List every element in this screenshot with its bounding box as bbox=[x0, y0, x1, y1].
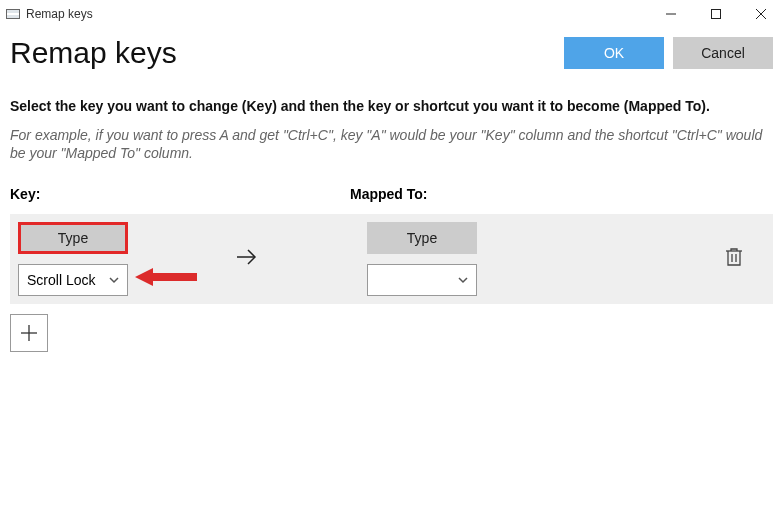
minimize-button[interactable] bbox=[648, 0, 693, 28]
ok-button[interactable]: OK bbox=[564, 37, 664, 69]
column-header-mapped: Mapped To: bbox=[350, 186, 428, 202]
content-area: Remap keys OK Cancel Select the key you … bbox=[0, 28, 783, 360]
window-titlebar: Remap keys bbox=[0, 0, 783, 28]
titlebar-left: Remap keys bbox=[0, 7, 93, 21]
window-title: Remap keys bbox=[26, 7, 93, 21]
add-row bbox=[10, 314, 773, 352]
chevron-down-icon bbox=[458, 272, 468, 288]
page-title: Remap keys bbox=[10, 36, 177, 70]
app-icon bbox=[6, 9, 20, 19]
mapped-select-dropdown[interactable] bbox=[367, 264, 477, 296]
key-select-value: Scroll Lock bbox=[27, 272, 95, 288]
window-controls bbox=[648, 0, 783, 28]
key-block: Type Scroll Lock bbox=[10, 222, 128, 296]
mapping-row: Type Scroll Lock Type bbox=[10, 214, 773, 304]
callout-arrow-icon bbox=[135, 268, 197, 286]
delete-row-button[interactable] bbox=[725, 247, 743, 271]
instruction-text: Select the key you want to change (Key) … bbox=[10, 98, 773, 114]
cancel-button[interactable]: Cancel bbox=[673, 37, 773, 69]
key-select-dropdown[interactable]: Scroll Lock bbox=[18, 264, 128, 296]
columns-header: Key: Mapped To: bbox=[10, 186, 773, 202]
add-mapping-button[interactable] bbox=[10, 314, 48, 352]
mapped-block: Type bbox=[359, 222, 477, 296]
mapped-type-button[interactable]: Type bbox=[367, 222, 477, 254]
maximize-button[interactable] bbox=[693, 0, 738, 28]
svg-rect-1 bbox=[711, 10, 720, 19]
header-row: Remap keys OK Cancel bbox=[10, 36, 773, 70]
close-button[interactable] bbox=[738, 0, 783, 28]
svg-marker-4 bbox=[135, 268, 197, 286]
example-text: For example, if you want to press A and … bbox=[10, 126, 773, 162]
chevron-down-icon bbox=[109, 272, 119, 288]
key-type-button[interactable]: Type bbox=[18, 222, 128, 254]
header-buttons: OK Cancel bbox=[564, 37, 773, 69]
column-header-key: Key: bbox=[10, 186, 350, 202]
mapping-arrow-icon bbox=[235, 247, 257, 271]
